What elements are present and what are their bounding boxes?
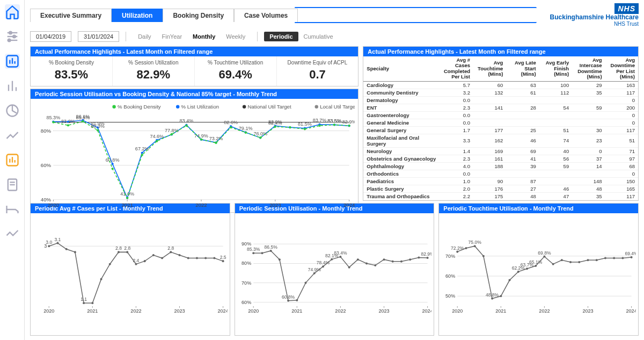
svg-text:69.8%: 69.8% [538, 250, 552, 256]
svg-point-186 [374, 264, 376, 266]
tab-executive-summary[interactable]: Executive Summary [30, 9, 112, 22]
utilization-icon[interactable] [5, 153, 20, 168]
col-header[interactable]: Avg Downtime Per List (Mins) [605, 56, 638, 81]
mode-cumulative[interactable]: Cumulative [298, 32, 339, 41]
chart-touch-title: Periodic Touchtime Utilisation - Monthly… [439, 204, 638, 213]
svg-point-182 [339, 256, 341, 258]
svg-point-98 [215, 142, 217, 144]
granularity-weekly[interactable]: Weekly [221, 32, 251, 41]
granularity-daily[interactable]: Daily [133, 32, 156, 41]
table-row[interactable]: Ophthalmology4.018839591468 [363, 162, 638, 170]
svg-text:1.1: 1.1 [80, 296, 87, 302]
table-row[interactable]: General Surgery1.7177255130117 [363, 126, 638, 134]
svg-point-125 [48, 245, 50, 247]
table-row[interactable]: Urology2.5137455156166 [363, 200, 638, 200]
chart-session[interactable]: 60%70%80%90%2020202120222023202485.3%86.… [237, 214, 432, 334]
col-header[interactable]: Avg Intercase Downtime (Mins) [572, 56, 605, 81]
svg-point-189 [400, 261, 402, 263]
chart-touch[interactable]: 50%60%70%2020202120222023202472.2%75.0%4… [441, 214, 636, 334]
tab-bar: Executive SummaryUtilizationBooking Dens… [30, 3, 639, 27]
line-chart-icon[interactable] [5, 128, 20, 143]
table-row[interactable]: Cardiology5.7606310029163 [363, 81, 638, 89]
svg-point-232 [587, 259, 589, 261]
table-row[interactable]: General Medicine0.00 [363, 119, 638, 126]
svg-point-27 [315, 105, 318, 108]
report-icon[interactable] [5, 177, 20, 192]
table-title: Actual Performance Highlights - Latest M… [363, 47, 638, 56]
trend-icon[interactable] [5, 227, 20, 242]
home-icon[interactable] [5, 4, 20, 19]
svg-text:80%: 80% [241, 261, 251, 266]
col-header[interactable]: Avg Early Finish (Mins) [539, 56, 572, 81]
specialty-table-card: Actual Performance Highlights - Latest M… [363, 46, 639, 201]
table-row[interactable]: ENT2.3141285459200 [363, 104, 638, 111]
svg-text:60%: 60% [241, 300, 251, 305]
svg-point-126 [56, 242, 58, 244]
svg-point-139 [170, 251, 172, 253]
svg-text:83.5%: 83.5% [327, 118, 341, 124]
bed-icon[interactable] [5, 202, 20, 217]
filters-icon[interactable] [5, 29, 20, 44]
svg-text:2020: 2020 [48, 202, 59, 208]
svg-point-105 [318, 125, 320, 127]
tab-booking-density[interactable]: Booking Density [163, 9, 234, 22]
svg-point-183 [348, 266, 350, 269]
svg-text:2024: 2024 [626, 308, 636, 314]
table-row[interactable]: Trauma and Orthopaedics2.2175484735117 [363, 192, 638, 200]
svg-text:3.1: 3.1 [54, 237, 61, 242]
table-row[interactable]: Plastic Surgery2.0176274648165 [363, 185, 638, 192]
svg-point-128 [74, 251, 76, 253]
svg-text:77.8%: 77.8% [165, 128, 179, 133]
granularity-monthly[interactable]: Monthly [187, 32, 221, 41]
col-header[interactable]: Avg # Cases Completed Per List [441, 56, 473, 81]
svg-text:2021: 2021 [121, 202, 133, 208]
svg-text:83.7%: 83.7% [313, 118, 327, 123]
svg-point-192 [426, 257, 428, 259]
main-chart[interactable]: % Booking Density% List UtilizationNatio… [34, 101, 355, 210]
col-header[interactable]: Specialty [363, 56, 440, 81]
svg-text:65.1%: 65.1% [529, 259, 543, 265]
svg-point-129 [83, 302, 85, 304]
table-row[interactable]: Community Dentistry3.21326111235117 [363, 89, 638, 96]
svg-point-138 [161, 257, 163, 259]
date-to[interactable]: 31/01/2024 [78, 31, 119, 42]
svg-point-135 [135, 263, 137, 265]
brand-trust: NHS Trust [614, 21, 639, 27]
svg-point-141 [187, 257, 189, 259]
table-row[interactable]: Paediatrics1.09087148150 [363, 177, 638, 185]
date-from[interactable]: 01/04/2019 [30, 31, 71, 42]
col-header[interactable]: Avg Touchtime (Mins) [473, 56, 506, 81]
pie-chart-icon[interactable] [5, 103, 20, 118]
table-row[interactable]: Gastroenterology0.00 [363, 111, 638, 119]
svg-text:79.1%: 79.1% [239, 126, 253, 131]
dashboard-icon[interactable] [5, 54, 20, 69]
svg-text:82.6%: 82.6% [224, 120, 238, 125]
tab-case-volumes[interactable]: Case Volumes [234, 9, 298, 22]
mode-periodic[interactable]: Periodic [264, 32, 298, 41]
svg-point-221 [491, 298, 493, 300]
svg-text:82.9%: 82.9% [342, 119, 355, 125]
table-row[interactable]: Obstetrics and Gynaecology2.316141563797 [363, 155, 638, 162]
svg-point-101 [259, 136, 261, 139]
table-row[interactable]: Dermatology0.00 [363, 96, 638, 104]
svg-point-235 [613, 257, 616, 259]
specialty-table[interactable]: SpecialtyAvg # Cases Completed Per ListA… [363, 56, 638, 200]
svg-point-223 [509, 279, 511, 281]
svg-point-134 [126, 251, 128, 253]
svg-point-220 [482, 255, 485, 257]
svg-text:2.8: 2.8 [167, 245, 174, 251]
svg-text:2024: 2024 [422, 308, 431, 314]
table-row[interactable]: Neurology1.41696940071 [363, 147, 638, 155]
svg-text:48.8%: 48.8% [486, 292, 499, 298]
tab-utilization[interactable]: Utilization [112, 9, 163, 22]
chart-cases[interactable]: 3202020212022202320243.03.11.12.82.82.42… [33, 214, 228, 334]
svg-text:60.8%: 60.8% [106, 157, 120, 163]
svg-text:2023: 2023 [583, 308, 594, 314]
bar-chart-icon[interactable] [5, 78, 20, 93]
table-row[interactable]: Maxillofacial and Oral Surgery3.31624674… [363, 134, 638, 147]
granularity-finyear[interactable]: FinYear [157, 32, 188, 41]
svg-text:% Booking Density: % Booking Density [118, 104, 161, 110]
col-header[interactable]: Avg Late Start (Mins) [506, 56, 539, 81]
svg-point-140 [179, 254, 181, 256]
table-row[interactable]: Orthodontics0.00 [363, 170, 638, 177]
